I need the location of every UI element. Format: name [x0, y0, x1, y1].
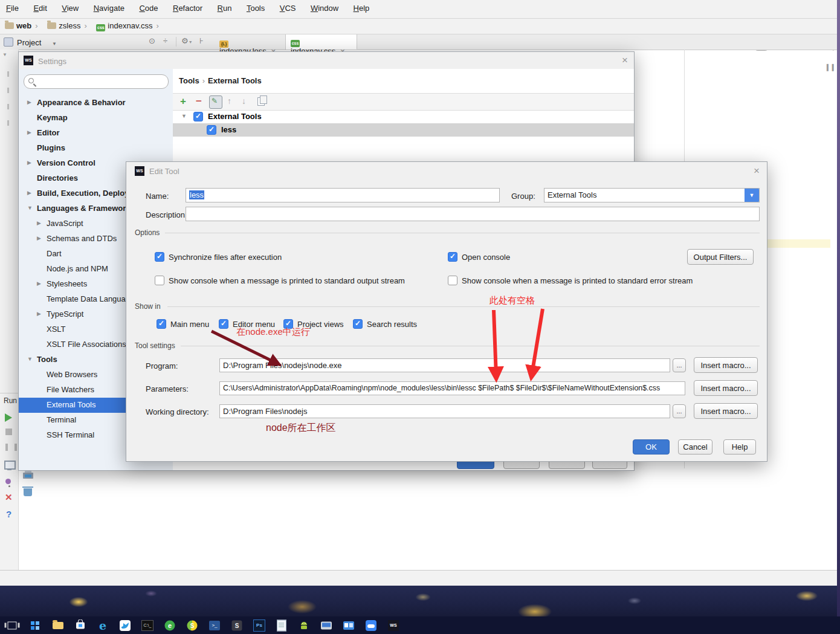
- stderr-console-checkbox[interactable]: [448, 276, 457, 285]
- add-icon[interactable]: +: [180, 95, 186, 108]
- notepad-icon[interactable]: [274, 618, 289, 633]
- css-file-icon: css: [96, 24, 105, 31]
- parameters-label: Parameters:: [146, 384, 189, 393]
- sync-files-checkbox[interactable]: [155, 252, 164, 262]
- menu-run[interactable]: Run: [212, 0, 238, 13]
- chevron-right-icon: ▶: [37, 220, 41, 226]
- editor-menu-checkbox[interactable]: [219, 319, 228, 329]
- photoshop-icon[interactable]: Ps: [252, 618, 267, 633]
- copy-icon[interactable]: [257, 97, 265, 106]
- group-checkbox[interactable]: [193, 112, 203, 121]
- chevron-right-icon: ▶: [37, 235, 41, 241]
- breadcrumb-file[interactable]: indexnav.css: [108, 19, 152, 30]
- tree-item-appearance[interactable]: ▶Appearance & Behavior: [19, 95, 173, 111]
- program-field[interactable]: D:\Program Files\nodejs\node.exe: [219, 358, 670, 372]
- menu-code[interactable]: Code: [133, 0, 164, 13]
- menu-help[interactable]: Help: [347, 0, 376, 13]
- project-panel-header[interactable]: Project ▼: [4, 36, 57, 47]
- remote-desktop-icon[interactable]: [319, 618, 334, 633]
- close-icon[interactable]: ×: [754, 165, 760, 177]
- program-insert-macro-button[interactable]: Insert macro...: [694, 357, 758, 373]
- print-icon[interactable]: [23, 473, 33, 479]
- group-separator: [167, 306, 760, 307]
- tree-item-keymap[interactable]: Keymap: [19, 111, 173, 126]
- settings-search[interactable]: [24, 74, 169, 89]
- menu-view[interactable]: View: [56, 0, 85, 13]
- open-console-checkbox[interactable]: [448, 252, 457, 262]
- android-icon[interactable]: [297, 618, 311, 633]
- sublime-icon[interactable]: S: [230, 618, 244, 633]
- close-console-icon[interactable]: ✕: [5, 492, 13, 503]
- menu-window[interactable]: Window: [305, 0, 344, 13]
- chevron-down-icon[interactable]: ▼: [745, 188, 759, 202]
- ok-button[interactable]: OK: [633, 439, 670, 454]
- output-filters-button[interactable]: Output Filters...: [687, 249, 754, 265]
- hide-panel-icon[interactable]: ⊦: [199, 36, 204, 45]
- menu-edit[interactable]: Edit: [27, 0, 53, 13]
- external-tool-less-row[interactable]: less: [173, 123, 634, 137]
- sogou-icon[interactable]: S: [185, 618, 199, 633]
- gear-icon[interactable]: ⚙▼: [181, 36, 193, 45]
- messenger-icon[interactable]: [118, 618, 132, 633]
- move-down-icon[interactable]: ↓: [242, 96, 246, 106]
- task-view-icon[interactable]: [5, 618, 19, 633]
- rerun-icon[interactable]: [5, 413, 12, 422]
- program-browse-button[interactable]: ...: [673, 358, 686, 372]
- remove-icon[interactable]: −: [196, 95, 202, 108]
- show-in-group-label: Show in: [135, 302, 161, 311]
- console-icon[interactable]: [4, 461, 16, 470]
- cancel-button[interactable]: Cancel: [678, 439, 712, 454]
- move-up-icon[interactable]: ↑: [227, 96, 231, 106]
- chevron-down-icon: ▼: [52, 41, 57, 47]
- clear-icon[interactable]: [24, 488, 32, 496]
- edge-icon[interactable]: e: [95, 618, 110, 633]
- external-tools-group-row[interactable]: ▼ External Tools: [173, 110, 634, 123]
- collapse-all-icon[interactable]: ÷: [163, 36, 167, 45]
- main-menu-checkbox[interactable]: [157, 319, 166, 329]
- help-icon[interactable]: ?: [6, 509, 11, 519]
- cloud-drive-icon[interactable]: [364, 618, 378, 633]
- run-panel-border: [0, 393, 18, 393]
- webstorm-taskbar-icon[interactable]: WS: [386, 618, 401, 633]
- working-directory-field[interactable]: D:\Program Files\nodejs: [219, 404, 670, 418]
- close-icon[interactable]: ×: [622, 54, 628, 66]
- search-results-checkbox[interactable]: [353, 319, 363, 329]
- parameters-field[interactable]: C:\Users\Administrator\AppData\Roaming\n…: [219, 381, 685, 395]
- eclipse-icon[interactable]: e: [163, 618, 177, 633]
- parameters-insert-macro-button[interactable]: Insert macro...: [694, 380, 758, 396]
- tree-item-plugins[interactable]: Plugins: [19, 141, 173, 156]
- stop-icon[interactable]: [5, 429, 12, 435]
- pause-icon[interactable]: [5, 444, 17, 451]
- description-field[interactable]: [186, 207, 760, 221]
- locate-icon[interactable]: ⊙: [149, 36, 155, 45]
- workdir-insert-macro-button[interactable]: Insert macro...: [694, 403, 758, 419]
- breadcrumb-folder[interactable]: zsless: [59, 19, 80, 30]
- stripe-arrow-icon: ▼: [2, 52, 7, 57]
- settings-search-input[interactable]: [39, 76, 162, 86]
- menu-refactor[interactable]: Refactor: [167, 0, 208, 13]
- store-icon[interactable]: [73, 618, 88, 633]
- help-button[interactable]: Help: [723, 439, 756, 454]
- pin-icon[interactable]: [5, 479, 11, 484]
- powershell-icon[interactable]: >_: [207, 618, 222, 633]
- tab-indexnav-css[interactable]: cssindexnav.css✕: [286, 34, 357, 50]
- start-tiles-icon[interactable]: [28, 618, 42, 633]
- workdir-browse-button[interactable]: ...: [673, 404, 686, 418]
- breadcrumb-root[interactable]: web: [16, 19, 31, 30]
- group-combo[interactable]: External Tools ▼: [544, 188, 760, 202]
- windows-taskbar: e C:\_ e S >_ S Ps WS: [0, 616, 840, 634]
- project-views-checkbox[interactable]: [283, 319, 293, 329]
- file-explorer-icon[interactable]: [51, 618, 65, 633]
- menu-navigate[interactable]: Navigate: [88, 0, 131, 13]
- menu-file[interactable]: File: [0, 0, 25, 13]
- tab-indexnav-less[interactable]: {L}indexnav.less✕: [215, 34, 286, 50]
- tool-checkbox[interactable]: [207, 125, 216, 135]
- menu-tools[interactable]: Tools: [241, 0, 271, 13]
- cmd-icon[interactable]: C:\_: [140, 618, 155, 633]
- menu-vcs[interactable]: VCS: [274, 0, 302, 13]
- name-field[interactable]: less: [186, 188, 500, 202]
- stdout-console-checkbox[interactable]: [155, 276, 164, 285]
- tree-item-editor[interactable]: ▶Editor: [19, 126, 173, 141]
- contacts-icon[interactable]: [341, 618, 356, 633]
- edit-pencil-icon[interactable]: [209, 95, 222, 109]
